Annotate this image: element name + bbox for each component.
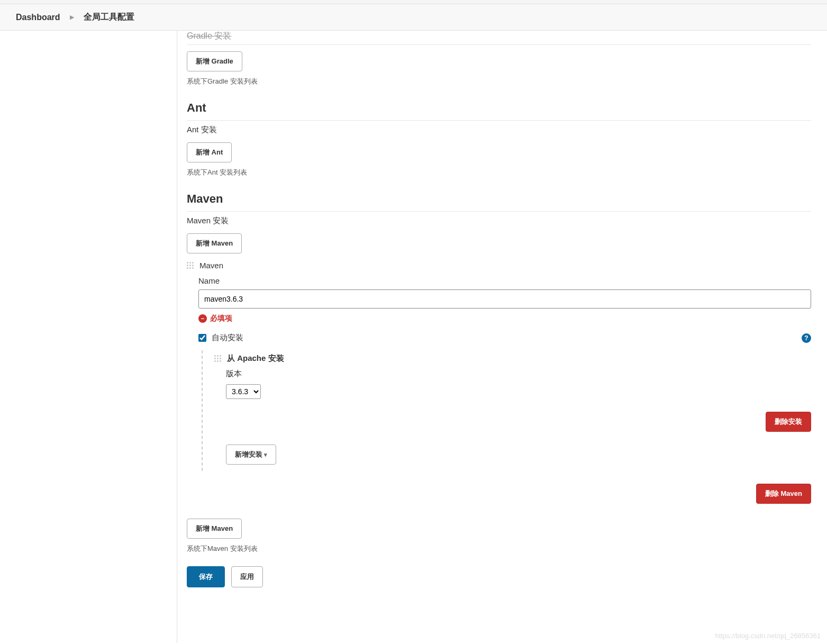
breadcrumb-separator-icon: ▶	[70, 14, 74, 21]
ant-hint: 系统下Ant 安装列表	[187, 168, 811, 177]
maven-sub-label: Maven 安装	[187, 216, 811, 226]
version-label: 版本	[226, 369, 811, 379]
error-text: 必填项	[210, 314, 232, 323]
breadcrumb: Dashboard ▶ 全局工具配置	[0, 4, 827, 31]
breadcrumb-dashboard-link[interactable]: Dashboard	[16, 13, 60, 22]
delete-install-button[interactable]: 删除安装	[766, 412, 811, 432]
save-button[interactable]: 保存	[187, 566, 225, 587]
error-row: 必填项	[198, 314, 811, 323]
ant-sub-label: Ant 安装	[187, 125, 811, 135]
gradle-hint: 系统下Gradle 安装列表	[187, 77, 811, 86]
maven-name-input[interactable]	[198, 289, 811, 309]
maven-heading: Maven	[187, 192, 811, 212]
add-gradle-button[interactable]: 新增 Gradle	[187, 51, 242, 71]
gradle-cut-section: Gradle 安装	[187, 31, 811, 45]
delete-maven-button[interactable]: 删除 Maven	[756, 484, 811, 504]
name-field-label: Name	[198, 276, 811, 285]
add-ant-button[interactable]: 新增 Ant	[187, 142, 232, 162]
bottom-actions: 保存 应用	[187, 566, 811, 587]
maven-hint: 系统下Maven 安装列表	[187, 544, 811, 554]
add-maven-button-top[interactable]: 新增 Maven	[187, 233, 242, 253]
ant-heading: Ant	[187, 101, 811, 121]
drag-handle-icon[interactable]	[214, 355, 222, 362]
help-icon[interactable]: ?	[802, 333, 811, 343]
maven-install-title: Maven	[199, 261, 223, 270]
error-icon	[198, 314, 207, 323]
add-maven-button-bottom[interactable]: 新增 Maven	[187, 519, 242, 539]
from-apache-label: 从 Apache 安装	[227, 353, 284, 364]
auto-install-checkbox[interactable]	[198, 334, 206, 342]
main-content: Gradle 安装 新增 Gradle 系统下Gradle 安装列表 Ant A…	[177, 31, 827, 643]
browser-top-bar	[0, 0, 827, 4]
version-select[interactable]: 3.6.3	[226, 384, 261, 399]
auto-install-label[interactable]: 自动安装	[212, 333, 243, 343]
breadcrumb-current: 全局工具配置	[84, 12, 134, 23]
apache-install-block: 从 Apache 安装 版本 3.6.3 删除安装 新增安装	[202, 350, 811, 471]
add-installer-button[interactable]: 新增安装	[226, 445, 276, 465]
apply-button[interactable]: 应用	[231, 566, 263, 587]
drag-handle-icon[interactable]	[187, 262, 194, 269]
sidebar	[0, 31, 177, 643]
maven-install-block: Maven Name 必填项 自动安装 ? 从 Apache 安装	[187, 261, 811, 504]
